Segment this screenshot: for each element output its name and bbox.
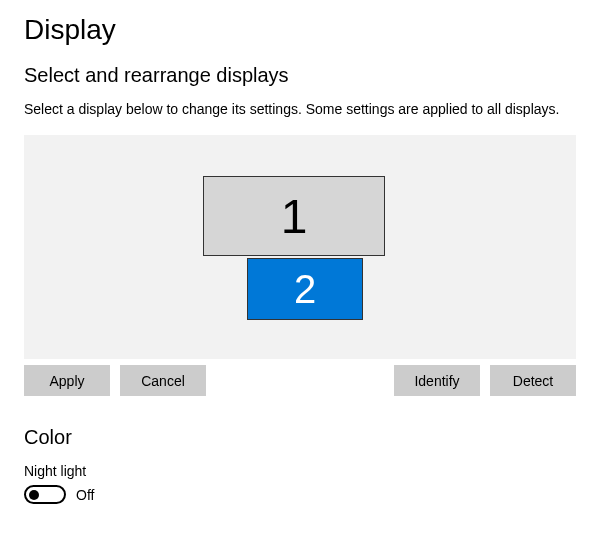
- section-rearrange-title: Select and rearrange displays: [24, 64, 576, 87]
- page-title: Display: [24, 14, 576, 46]
- display-monitor-2[interactable]: 2: [247, 258, 363, 320]
- toggle-knob-icon: [29, 490, 39, 500]
- rearrange-description: Select a display below to change its set…: [24, 101, 576, 117]
- night-light-state: Off: [76, 487, 94, 503]
- display-arrangement-panel[interactable]: 1 2: [24, 135, 576, 359]
- detect-button[interactable]: Detect: [490, 365, 576, 396]
- apply-button[interactable]: Apply: [24, 365, 110, 396]
- button-spacer: [216, 365, 384, 396]
- night-light-label: Night light: [24, 463, 576, 479]
- arrangement-button-row: Apply Cancel Identify Detect: [24, 365, 576, 396]
- night-light-toggle[interactable]: [24, 485, 66, 504]
- cancel-button[interactable]: Cancel: [120, 365, 206, 396]
- display-monitor-1[interactable]: 1: [203, 176, 385, 256]
- identify-button[interactable]: Identify: [394, 365, 480, 396]
- section-color-title: Color: [24, 426, 576, 449]
